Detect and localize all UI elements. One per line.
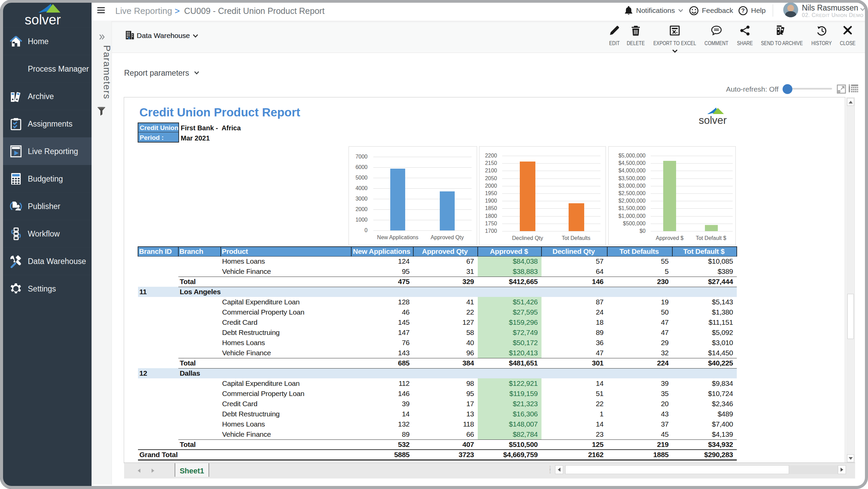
svg-text:?: ? bbox=[742, 8, 745, 14]
